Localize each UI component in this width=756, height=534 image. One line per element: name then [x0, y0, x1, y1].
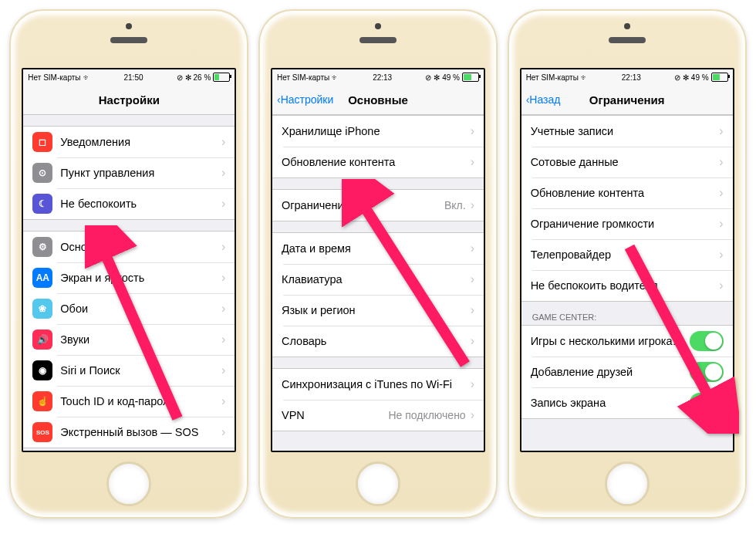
- phone-restrictions: Нет SIM-карты ᯤ 22:13 ⊘ ✻ 49 % ‹Назад Ог…: [508, 9, 747, 519]
- row-icon: ⚙: [32, 237, 52, 257]
- nav-title: Ограничения: [589, 93, 665, 106]
- screen-restrictions: Нет SIM-карты ᯤ 22:13 ⊘ ✻ 49 % ‹Назад Ог…: [520, 68, 734, 452]
- settings-row[interactable]: SOS Экстренный вызов — SOS ›: [23, 417, 235, 448]
- settings-row[interactable]: Запись экрана: [521, 387, 733, 418]
- settings-row[interactable]: Телепровайдер ›: [521, 239, 733, 270]
- row-label: Сотовые данные: [531, 156, 720, 168]
- bluetooth-icon: ✻: [434, 73, 440, 82]
- restrictions-list[interactable]: Учетные записи › Сотовые данные › Обновл…: [521, 115, 733, 451]
- settings-row[interactable]: 🔊 Звуки ›: [23, 324, 235, 355]
- settings-row[interactable]: Игры с несколькими игрока…: [521, 326, 733, 357]
- chevron-right-icon: ›: [471, 303, 474, 317]
- settings-row[interactable]: Дата и время ›: [272, 233, 484, 264]
- row-icon: SOS: [32, 422, 52, 442]
- chevron-right-icon: ›: [221, 271, 225, 285]
- settings-row[interactable]: Учетные записи ›: [521, 116, 733, 147]
- toggle-switch[interactable]: [690, 362, 724, 382]
- battery-icon: [711, 73, 728, 82]
- row-label: Пункт управления: [60, 167, 221, 179]
- home-button[interactable]: [605, 461, 650, 506]
- row-label: Ограничение громкости: [531, 218, 720, 230]
- chevron-right-icon: ›: [221, 240, 225, 254]
- settings-row[interactable]: ⊙ Пункт управления ›: [23, 157, 235, 188]
- row-label: Не беспокоить водителя: [531, 279, 720, 292]
- chevron-right-icon: ›: [719, 186, 723, 200]
- settings-row[interactable]: ◻ Уведомления ›: [23, 127, 235, 157]
- settings-row[interactable]: Сотовые данные ›: [521, 147, 733, 177]
- settings-row[interactable]: ❀ Обои ›: [23, 293, 235, 324]
- settings-list[interactable]: ◻ Уведомления › ⊙ Пункт управления › ☾ Н…: [23, 115, 235, 451]
- row-icon: ◻: [32, 132, 52, 152]
- row-label: VPN: [282, 409, 388, 421]
- toggle-switch[interactable]: [690, 393, 724, 413]
- chevron-right-icon: ›: [471, 408, 474, 422]
- carrier-label: Нет SIM-карты: [28, 73, 80, 82]
- settings-row[interactable]: Язык и регион ›: [272, 295, 484, 326]
- alarm-icon: ⊘: [674, 73, 680, 82]
- wifi-icon: ᯤ: [83, 73, 91, 82]
- toggle-switch[interactable]: [690, 331, 724, 351]
- status-bar: Нет SIM-карты ᯤ 22:13 ⊘ ✻ 49 %: [521, 69, 733, 85]
- row-icon: ❀: [32, 299, 52, 319]
- row-icon: ◉: [32, 360, 52, 380]
- battery-icon: [213, 73, 230, 82]
- row-label: Обои: [60, 302, 221, 315]
- chevron-right-icon: ›: [221, 333, 225, 346]
- settings-row[interactable]: Клавиатура ›: [272, 264, 484, 295]
- general-list[interactable]: Хранилище iPhone › Обновление контента ›…: [272, 115, 484, 451]
- settings-row[interactable]: Не беспокоить водителя ›: [521, 270, 733, 301]
- phone-settings: Нет SIM-карты ᯤ 21:50 ⊘ ✻ 26 % Настройки…: [9, 9, 248, 519]
- settings-row[interactable]: Ограничения Вкл. ›: [272, 190, 484, 221]
- row-icon: ⊙: [32, 163, 52, 183]
- row-label: Клавиатура: [282, 273, 471, 286]
- row-label: Обновление контента: [531, 187, 720, 199]
- settings-row[interactable]: Обновление контента ›: [521, 177, 733, 208]
- row-label: Словарь: [282, 335, 471, 347]
- settings-row[interactable]: AA Экран и яркость ›: [23, 262, 235, 293]
- settings-row[interactable]: ☝ Touch ID и код-пароль ›: [23, 386, 235, 417]
- speaker-slot: [110, 37, 147, 43]
- screen-settings: Нет SIM-карты ᯤ 21:50 ⊘ ✻ 26 % Настройки…: [22, 68, 236, 452]
- row-label: Хранилище iPhone: [282, 125, 471, 137]
- home-button[interactable]: [356, 461, 400, 506]
- speaker-slot: [609, 37, 646, 43]
- back-button[interactable]: ‹Настройки: [277, 93, 333, 106]
- chevron-right-icon: ›: [471, 334, 474, 348]
- status-bar: Нет SIM-карты ᯤ 21:50 ⊘ ✻ 26 %: [23, 69, 235, 85]
- settings-row[interactable]: Добавление друзей: [521, 357, 733, 387]
- row-label: Игры с несколькими игрока…: [531, 335, 690, 347]
- chevron-right-icon: ›: [719, 248, 723, 262]
- settings-row[interactable]: ◉ Siri и Поиск ›: [23, 355, 235, 386]
- row-label: Дата и время: [282, 242, 471, 255]
- battery-pct: 26 %: [194, 73, 211, 82]
- bluetooth-icon: ✻: [185, 73, 191, 82]
- row-label: Учетные записи: [531, 125, 720, 137]
- chevron-right-icon: ›: [221, 302, 225, 316]
- chevron-right-icon: ›: [221, 135, 225, 149]
- carrier-label: Нет SIM-карты: [277, 73, 329, 82]
- clock: 22:13: [373, 73, 392, 82]
- settings-row[interactable]: VPN Не подключено ›: [272, 400, 484, 431]
- back-button[interactable]: ‹Назад: [526, 93, 561, 106]
- phone-general: Нет SIM-карты ᯤ 22:13 ⊘ ✻ 49 % ‹Настройк…: [258, 9, 498, 519]
- home-button[interactable]: [106, 461, 151, 506]
- camera-dot: [375, 23, 381, 29]
- chevron-right-icon: ›: [471, 242, 474, 255]
- nav-bar: ‹Настройки Основные: [272, 85, 484, 115]
- settings-row[interactable]: Синхронизация с iTunes по Wi-Fi ›: [272, 369, 484, 400]
- row-icon: AA: [32, 268, 52, 288]
- nav-bar: ‹Назад Ограничения: [521, 85, 733, 115]
- chevron-right-icon: ›: [719, 124, 723, 138]
- chevron-right-icon: ›: [471, 124, 474, 138]
- settings-row[interactable]: ⚙ Основные ›: [23, 232, 235, 262]
- row-label: Touch ID и код-пароль: [60, 395, 221, 407]
- settings-row[interactable]: Ограничение громкости ›: [521, 208, 733, 239]
- chevron-right-icon: ›: [719, 217, 723, 231]
- settings-row[interactable]: Хранилище iPhone ›: [272, 116, 484, 147]
- nav-title: Основные: [348, 93, 408, 106]
- row-icon: ☝: [32, 391, 52, 411]
- battery-pct: 49 %: [442, 73, 460, 82]
- settings-row[interactable]: Обновление контента ›: [272, 147, 484, 177]
- settings-row[interactable]: Словарь ›: [272, 326, 484, 357]
- settings-row[interactable]: ☾ Не беспокоить ›: [23, 188, 235, 219]
